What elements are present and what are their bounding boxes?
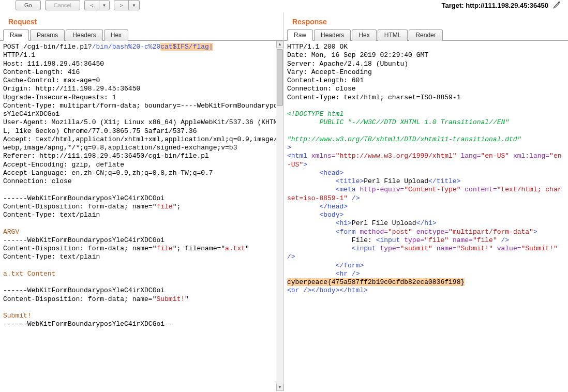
request-raw-editor[interactable]: POST /cgi-bin/file.pl?/bin/bash%20-c%20c…	[0, 41, 283, 391]
response-title: Response	[284, 12, 568, 29]
tab-headers[interactable]: Headers	[314, 29, 351, 41]
go-button[interactable]: Go	[16, 0, 41, 10]
flag-text: cyberpeace{475a587ff2b19c0cfdb82eca0836f…	[287, 278, 465, 286]
response-panel: Response Raw Headers Hex HTML Render HTT…	[284, 12, 568, 391]
response-tabs: Raw Headers Hex HTML Render	[284, 29, 568, 41]
request-tabs: Raw Params Headers Hex	[0, 29, 283, 41]
target-display: Target: http://111.198.29.45:36450	[442, 0, 564, 11]
tab-hex[interactable]: Hex	[104, 29, 128, 41]
response-raw-viewer[interactable]: HTTP/1.1 200 OK Date: Mon, 16 Sep 2019 0…	[284, 41, 568, 391]
tab-params[interactable]: Params	[30, 29, 65, 41]
edit-target-icon[interactable]	[552, 0, 562, 11]
scroll-up-icon[interactable]: ▲	[276, 41, 283, 48]
tab-raw[interactable]: Raw	[287, 29, 313, 41]
tab-raw[interactable]: Raw	[3, 29, 29, 41]
cancel-button[interactable]: Cancel	[45, 0, 80, 10]
request-title: Request	[0, 12, 283, 29]
scrollbar-thumb[interactable]	[277, 49, 283, 106]
scroll-down-icon[interactable]: ▼	[276, 384, 283, 391]
back-button[interactable]: <▼	[84, 0, 110, 10]
forward-button[interactable]: >▼	[114, 0, 140, 10]
request-panel: Request Raw Params Headers Hex POST /cgi…	[0, 12, 284, 391]
tab-headers[interactable]: Headers	[66, 29, 102, 41]
tab-hex[interactable]: Hex	[352, 29, 376, 41]
tab-html[interactable]: HTML	[378, 29, 408, 41]
dropdown-icon: ▼	[129, 3, 139, 8]
request-scrollbar[interactable]: ▲ ▼	[276, 41, 283, 391]
toolbar: Go Cancel <▼ >▼ Target: http://111.198.2…	[0, 0, 568, 12]
dropdown-icon: ▼	[99, 3, 110, 8]
tab-render[interactable]: Render	[409, 29, 442, 41]
